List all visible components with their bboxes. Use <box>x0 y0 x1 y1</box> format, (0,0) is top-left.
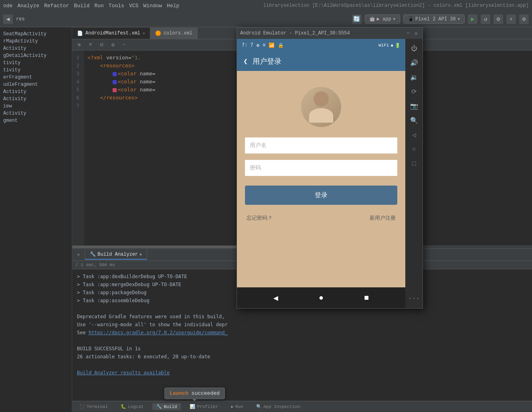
sidebar-item-7[interactable]: udleFragment <box>2 81 70 88</box>
chevron-down-icon: ▾ <box>393 16 396 22</box>
more-controls-button[interactable]: ··· <box>408 292 421 305</box>
manifest-icon: 📄 <box>77 30 83 36</box>
settings-editor-icon[interactable]: ⚙ <box>109 41 117 49</box>
close-tab-manifest[interactable]: ✕ <box>143 31 145 36</box>
close-build-tab[interactable]: ✕ <box>140 252 142 257</box>
tab-close-build[interactable]: ✕ <box>72 250 85 259</box>
back-arrow-icon[interactable]: ❮ <box>243 57 248 66</box>
sidebar-item-5[interactable]: tivity <box>2 67 70 74</box>
phone-actionbar: ❮ 用户登录 <box>237 52 405 71</box>
split-icon[interactable]: ⊟ <box>98 41 106 49</box>
menu-item-build[interactable]: Build <box>74 3 89 9</box>
file-sidebar: SeatMapActivity rMapActivity Activity gD… <box>0 27 72 412</box>
phone-statusbar: 7: 7 ⚙ ≡ 📶 🔒 WiFi ▲ 🔋 <box>237 39 405 52</box>
sidebar-item-3[interactable]: gDetailActivity <box>2 52 70 59</box>
sidebar-item-11[interactable]: Activity <box>2 110 70 117</box>
register-link[interactable]: 新用户注册 <box>370 214 396 222</box>
back-icon[interactable]: ◀ <box>3 14 13 24</box>
phone-menu-icon: ≡ <box>263 42 265 48</box>
username-placeholder: 用户名 <box>250 142 267 149</box>
screen-title: 用户登录 <box>253 57 281 66</box>
emulator-close-btn[interactable]: ✕ <box>413 30 419 36</box>
build-line-11 <box>77 361 527 369</box>
build-status-icon: 🔧 <box>156 404 162 409</box>
password-field[interactable]: 密码 <box>245 160 397 176</box>
profile-icon[interactable]: ⚡ <box>506 14 516 24</box>
tab-android-manifest[interactable]: 📄 AndroidManifest.xml ✕ <box>72 28 150 39</box>
sidebar-item-12[interactable]: gment <box>2 117 70 124</box>
phone-signal-icons: WiFi ▲ 🔋 <box>378 43 401 48</box>
screenshot-button[interactable]: 📷 <box>408 100 421 113</box>
phone-settings-icon: ⚙ <box>257 42 259 48</box>
wifi-signal-icon: WiFi <box>378 43 389 48</box>
menu-item-help[interactable]: Help <box>167 3 179 9</box>
rotate-button[interactable]: ⟳ <box>408 85 421 98</box>
device-selector[interactable]: 📱 Pixel 2 API 30 ▾ <box>403 14 465 24</box>
sidebar-item-8[interactable]: Activity <box>2 88 70 95</box>
gradle-docs-link[interactable]: https://docs.gradle.org/7.0.2/userguide/… <box>89 330 228 335</box>
sidebar-item-6[interactable]: erFragment <box>2 74 70 81</box>
square-ctrl-button[interactable]: □ <box>408 158 421 170</box>
sidebar-item-0[interactable]: SeatMapActivity <box>2 30 70 38</box>
launch-succeeded-tooltip: Launch succeeded <box>164 388 225 399</box>
launch-text-rest: succeeded <box>188 390 220 396</box>
run-config-button[interactable]: 🤖 ▶ app ▾ <box>365 14 400 24</box>
tab-logcat[interactable]: 🐛 Logcat <box>117 403 148 410</box>
tab-build-analyzer[interactable]: 🔧 Build Analyzer ✕ <box>85 250 147 260</box>
tab-terminal[interactable]: ⬛ Terminal <box>75 403 112 410</box>
back-ctrl-button[interactable]: ◁ <box>408 129 421 141</box>
volume-down-button[interactable]: 🔉 <box>408 71 421 84</box>
sidebar-item-2[interactable]: Activity <box>2 45 70 52</box>
nav-recent-btn[interactable]: ■ <box>364 293 369 303</box>
menu-item-refactor[interactable]: Refactor <box>44 3 69 9</box>
list-icon[interactable]: ≡ <box>87 41 95 49</box>
volume-up-button[interactable]: 🔊 <box>408 57 421 69</box>
home-ctrl-button[interactable]: ○ <box>408 143 421 156</box>
menu-item-tools[interactable]: Tools <box>109 3 124 9</box>
build-icon: 🔧 <box>90 251 96 257</box>
sidebar-item-1[interactable]: rMapActivity <box>2 38 70 45</box>
nav-back-btn[interactable]: ◀ <box>273 293 278 303</box>
settings-icon[interactable]: ⚙ <box>519 14 529 24</box>
sidebar-item-4[interactable]: tivity <box>2 59 70 67</box>
emulator-minimize-btn[interactable]: − <box>405 30 411 36</box>
build-line-8 <box>77 337 527 345</box>
sidebar-item-9[interactable]: Activity <box>2 95 70 103</box>
chevron-down-icon: ▾ <box>457 16 460 22</box>
build-analyzer-link[interactable]: Build Analyzer results available <box>77 370 170 376</box>
phone-navbar: ◀ ● ■ <box>237 287 405 308</box>
emulator-body: 7: 7 ⚙ ≡ 📶 🔒 WiFi ▲ 🔋 ❮ 用户登录 <box>237 39 423 308</box>
forgot-password-link[interactable]: 忘记密码？ <box>247 214 273 222</box>
breadcrumb-res: res <box>16 16 25 22</box>
run-button[interactable]: ▶ <box>468 14 477 24</box>
tab-build[interactable]: 🔧 Build <box>152 403 181 410</box>
build-analyzer-link-line: Build Analyzer results available <box>77 369 527 377</box>
emulator-title: Android Emulator - Pixel_2_API_30:5554 <box>240 30 403 36</box>
sidebar-item-10[interactable]: iew <box>2 103 70 110</box>
power-button[interactable]: ⏻ <box>408 42 421 55</box>
phone-wifi-icon: 📶 <box>269 42 275 48</box>
phone-content: 用户名 密码 登录 忘记密码？ 新用户注册 <box>237 71 405 287</box>
menu-item-run[interactable]: Run <box>94 3 103 9</box>
password-placeholder: 密码 <box>250 164 261 172</box>
menu-item-analyze[interactable]: Analyze <box>17 3 39 9</box>
tab-app-inspection[interactable]: 🔍 App Inspection <box>252 403 304 410</box>
menu-item-ode[interactable]: ode <box>3 3 12 9</box>
menu-item-window[interactable]: Window <box>143 3 162 9</box>
menu-item-vcs[interactable]: VCS <box>129 3 138 9</box>
add-element-icon[interactable]: ⊕ <box>75 41 83 49</box>
tab-profiler[interactable]: 📊 Profiler <box>186 403 222 410</box>
sync-icon[interactable]: 🔄 <box>352 14 362 24</box>
tab-colors-xml[interactable]: 🟠 colors.xml <box>150 28 198 39</box>
reload-icon[interactable]: ↺ <box>481 14 490 24</box>
build-icon[interactable]: ⚙ <box>494 14 503 24</box>
login-button[interactable]: 登录 <box>245 186 397 205</box>
tab-run[interactable]: ▶ Run <box>227 403 247 410</box>
phone-screen: 7: 7 ⚙ ≡ 📶 🔒 WiFi ▲ 🔋 ❮ 用户登录 <box>237 39 405 308</box>
run-status-icon: ▶ <box>231 404 234 409</box>
zoom-button[interactable]: 🔍 <box>408 114 421 127</box>
build-line-5: Deprecated Gradle features were used in … <box>77 313 527 321</box>
minimize-icon[interactable]: − <box>120 41 128 49</box>
username-field[interactable]: 用户名 <box>245 137 397 153</box>
nav-home-btn[interactable]: ● <box>319 293 324 303</box>
